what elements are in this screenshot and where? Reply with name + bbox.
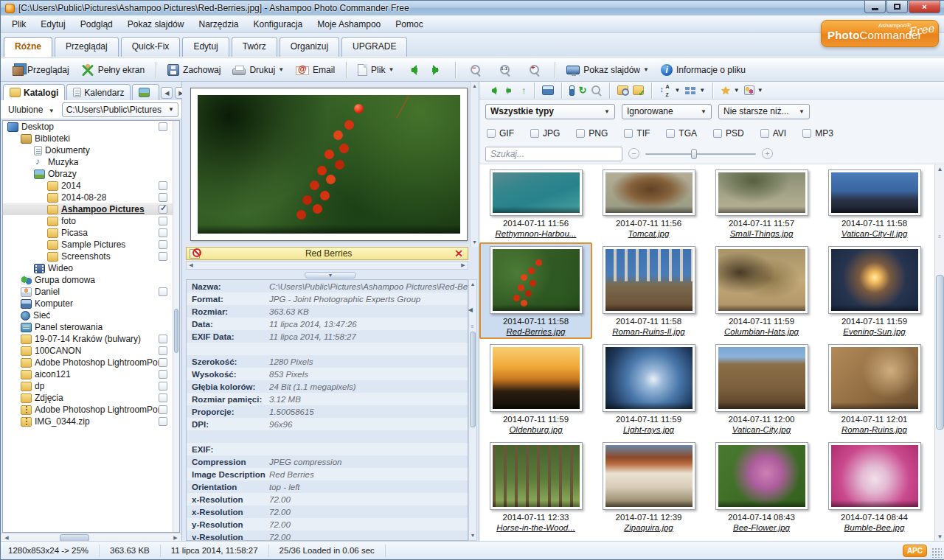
ribbon-tab-organizuj[interactable]: Organizuj bbox=[280, 37, 339, 57]
menu-item-pokaz-slajd-w[interactable]: Pokaz slajdów bbox=[121, 17, 191, 32]
effects-button[interactable]: ▼ bbox=[744, 84, 763, 97]
thumbnail-evening-sun-jpg[interactable]: 2014-07-11 11:59Evening-Sun.jpg bbox=[818, 242, 931, 340]
thumbnail-filename[interactable]: Small-Things.jpg bbox=[730, 228, 794, 239]
caption-edit-icon[interactable] bbox=[190, 249, 200, 259]
grid-vertical-scrollbar[interactable]: ▲ ▼ ≡ bbox=[934, 164, 944, 542]
scroll-up-arrow[interactable]: ▲ bbox=[935, 164, 944, 175]
search-input[interactable] bbox=[485, 147, 622, 161]
tree-item-aicon121[interactable]: aicon121 bbox=[3, 368, 179, 380]
preview-vertical-scrollbar[interactable]: ▲ ▼ bbox=[470, 82, 479, 247]
scroll-up-arrow[interactable]: ▲ bbox=[471, 82, 479, 91]
thumbnail-vatican-city-il-jpg[interactable]: 2014-07-11 11:58Vatican-City-Il.jpg bbox=[818, 166, 931, 242]
tree-item-checkbox[interactable] bbox=[159, 228, 167, 237]
menu-item-plik[interactable]: Plik bbox=[5, 17, 32, 32]
format-filter-gif[interactable]: GIF bbox=[487, 128, 514, 139]
ribbon-tab-r-ne[interactable]: Różne bbox=[4, 37, 52, 57]
format-filter-png[interactable]: PNG bbox=[576, 128, 608, 139]
tree-item-checkbox[interactable] bbox=[159, 335, 167, 343]
tree-item-checkbox[interactable] bbox=[159, 205, 167, 214]
resize-grip[interactable] bbox=[931, 547, 942, 558]
format-filter-mp3[interactable]: MP3 bbox=[802, 128, 833, 139]
email-button[interactable]: Email bbox=[290, 62, 341, 78]
thumbnail-filename[interactable]: Horse-in-the-Wood... bbox=[496, 522, 575, 533]
tree-item-checkbox[interactable] bbox=[159, 346, 167, 355]
format-checkbox-mp3[interactable] bbox=[802, 129, 811, 138]
menu-item-edytuj[interactable]: Edytuj bbox=[34, 17, 72, 32]
splitter-collapse-arrow[interactable]: ◀ bbox=[468, 307, 473, 313]
thumbnail-filename[interactable]: Rethymnon-Harbou... bbox=[496, 228, 577, 239]
format-checkbox-jpg[interactable] bbox=[530, 129, 539, 138]
ribbon-tab-quick-fix[interactable]: Quick-Fix bbox=[121, 37, 181, 57]
menu-item-pomoc[interactable]: Pomoc bbox=[389, 17, 429, 32]
tree-item-biblioteki[interactable]: Biblioteki bbox=[3, 133, 179, 144]
thumbnail-roman-ruins-jpg[interactable]: 2014-07-11 12:01Roman-Ruins.jpg bbox=[818, 340, 931, 438]
tree-item-sample-pictures[interactable]: Sample Pictures bbox=[3, 239, 179, 251]
thumbnail-size-decrease-button[interactable]: − bbox=[628, 148, 639, 159]
thumbnail-filename[interactable]: Roman-Ruins.jpg bbox=[841, 424, 907, 435]
format-filter-avi[interactable]: AVI bbox=[760, 128, 786, 139]
panel-splitter[interactable]: ▼ bbox=[182, 270, 479, 279]
tree-item-checkbox[interactable] bbox=[159, 358, 167, 367]
thumbnail-filename[interactable]: Bee-Flower.jpg bbox=[733, 522, 790, 533]
refresh-button[interactable]: ↻ bbox=[579, 84, 587, 97]
file-button[interactable]: Plik▼ bbox=[352, 61, 400, 79]
browse-button[interactable]: Przeglądaj bbox=[7, 61, 75, 79]
thumbnail-filename[interactable]: Zipaquira.jpg bbox=[624, 522, 673, 533]
info-bar-button[interactable] bbox=[569, 84, 575, 97]
thumbnail-size-slider[interactable] bbox=[645, 148, 756, 160]
thumbnail-vatican-city-jpg[interactable]: 2014-07-11 12:00Vatican-City.jpg bbox=[705, 340, 818, 438]
tree-item-panel-sterowania[interactable]: Panel sterowania bbox=[3, 321, 179, 333]
format-checkbox-gif[interactable] bbox=[487, 129, 496, 138]
tree-item-komputer[interactable]: Komputer bbox=[3, 298, 179, 309]
tree-item-grupa-domowa[interactable]: Grupa domowa bbox=[3, 274, 179, 286]
thumbnail-filename[interactable]: Vatican-City-Il.jpg bbox=[841, 228, 908, 239]
thumbnail-filename[interactable]: Vatican-City.jpg bbox=[732, 424, 791, 435]
path-combobox[interactable]: C:\Users\Public\Pictures▼ bbox=[62, 102, 178, 117]
save-button[interactable]: Zachowaj bbox=[162, 61, 226, 79]
ribbon-tab-edytuj[interactable]: Edytuj bbox=[182, 37, 229, 57]
thumbnail-tomcat-jpg[interactable]: 2014-07-11 11:56Tomcat.jpg bbox=[592, 166, 705, 242]
thumbnail-horse-in-the-wood-[interactable]: 2014-07-11 12:33Horse-in-the-Wood... bbox=[479, 438, 592, 536]
tree-item-checkbox[interactable] bbox=[159, 382, 167, 391]
scroll-down-arrow[interactable]: ▼ bbox=[471, 238, 479, 247]
image-preview-area[interactable]: ▲ ▼ bbox=[182, 82, 479, 247]
tree-item-checkbox[interactable] bbox=[159, 370, 167, 379]
thumbnail-small-things-jpg[interactable]: 2014-07-11 11:57Small-Things.jpg bbox=[705, 166, 818, 242]
thumbnail-filename[interactable]: Evening-Sun.jpg bbox=[843, 326, 905, 337]
tree-item-zdjęcia[interactable]: Zdjęcia bbox=[3, 392, 179, 404]
menu-item-narz-dzia[interactable]: Narzędzia bbox=[192, 17, 245, 32]
thumbnail-bee-flower-jpg[interactable]: 2014-07-14 08:43Bee-Flower.jpg bbox=[705, 438, 818, 536]
previous-image-button[interactable] bbox=[400, 62, 425, 78]
menu-item-moje-ashampoo[interactable]: Moje Ashampoo bbox=[310, 17, 387, 32]
tree-item-sieć[interactable]: Sieć bbox=[3, 309, 179, 321]
thumbnail-filename[interactable]: Light-rays.jpg bbox=[623, 424, 674, 435]
slideshow-button[interactable]: Pokaz slajdów▼ bbox=[560, 62, 655, 78]
tree-item-checkbox[interactable] bbox=[159, 252, 167, 261]
tree-item-img-0344-zip[interactable]: IMG_0344.zip bbox=[3, 416, 179, 427]
tree-item-wideo[interactable]: Wideo bbox=[3, 262, 179, 274]
format-checkbox-avi[interactable] bbox=[760, 129, 769, 138]
tab-kalendarz[interactable]: Kalendarz bbox=[66, 84, 131, 100]
search-button[interactable] bbox=[591, 84, 602, 97]
favorites-dropdown[interactable]: Ulubione ▼ bbox=[4, 102, 59, 117]
thumbnail-filename[interactable]: Tomcat.jpg bbox=[628, 228, 670, 239]
zoom-out-button[interactable]: − bbox=[461, 61, 490, 79]
sort-button[interactable]: ↕▼ bbox=[659, 84, 680, 97]
format-checkbox-png[interactable] bbox=[576, 129, 585, 138]
format-filter-jpg[interactable]: JPG bbox=[530, 128, 560, 139]
nav-back-button[interactable] bbox=[486, 84, 499, 97]
tree-item-dokumenty[interactable]: Dokumenty bbox=[3, 144, 179, 156]
thumbnail-filename[interactable]: Red-Berries.jpg bbox=[507, 326, 566, 337]
properties-vertical-scrollbar[interactable]: ▲ ▼ ≡ bbox=[468, 279, 477, 541]
tree-vertical-scrollbar[interactable] bbox=[173, 121, 179, 532]
scroll-right-arrow[interactable]: ▶ bbox=[459, 262, 468, 269]
format-filter-psd[interactable]: PSD bbox=[713, 128, 744, 139]
fullscreen-button[interactable]: Pełny ekran bbox=[75, 61, 150, 79]
maximize-button[interactable] bbox=[886, 1, 908, 13]
tree-item-checkbox[interactable] bbox=[159, 122, 167, 131]
format-filter-tga[interactable]: TGA bbox=[666, 128, 697, 139]
scroll-up-arrow[interactable]: ▲ bbox=[469, 280, 476, 289]
thumbnail-filename[interactable]: Bumble-Bee.jpg bbox=[844, 522, 905, 533]
layout-button[interactable] bbox=[542, 84, 554, 97]
tree-item-checkbox[interactable] bbox=[159, 287, 167, 296]
